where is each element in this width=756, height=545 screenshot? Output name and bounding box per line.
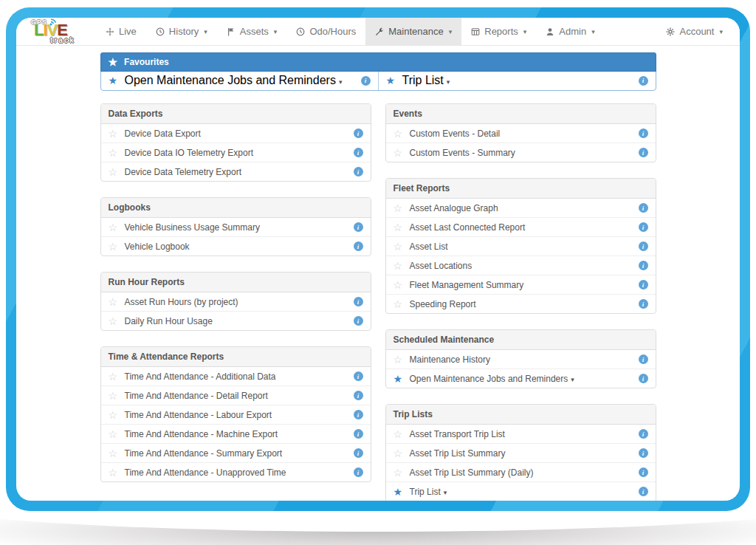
report-row[interactable]: ☆Vehicle Logbooki: [101, 236, 371, 256]
star-outline-icon[interactable]: ☆: [394, 148, 410, 158]
report-link[interactable]: Asset Run Hours (by project): [125, 297, 354, 307]
star-outline-icon[interactable]: ☆: [109, 391, 125, 401]
report-row[interactable]: ☆Speeding Reporti: [386, 294, 656, 313]
report-link[interactable]: Fleet Management Summary: [410, 280, 639, 290]
info-icon[interactable]: i: [354, 410, 363, 419]
report-link[interactable]: Time And Attendance - Unapproved Time: [125, 467, 354, 478]
report-link[interactable]: Asset List: [410, 241, 639, 252]
nav-item-assets[interactable]: Assets ▾: [217, 18, 287, 45]
report-row[interactable]: ☆Time And Attendance - Summary Exporti: [101, 443, 371, 462]
gpslive-track-logo[interactable]: GPS LIVE track: [25, 18, 96, 45]
report-row[interactable]: ☆Time And Attendance - Detail Reporti: [101, 385, 371, 405]
star-filled-icon[interactable]: ★: [394, 374, 410, 384]
nav-item-history[interactable]: History ▾: [146, 18, 217, 45]
report-link[interactable]: Time And Attendance - Labour Export: [125, 410, 354, 420]
info-icon[interactable]: i: [354, 241, 363, 251]
report-link[interactable]: Maintenance History: [410, 354, 639, 365]
report-row[interactable]: ☆Custom Events - Detaili: [386, 124, 656, 143]
report-link[interactable]: Device Data IO Telemetry Export: [125, 148, 354, 158]
report-row[interactable]: ☆Daily Run Hour Usagei: [101, 311, 371, 330]
info-icon[interactable]: i: [354, 371, 363, 381]
star-outline-icon[interactable]: ☆: [394, 261, 410, 271]
info-icon[interactable]: i: [639, 354, 648, 364]
star-outline-icon[interactable]: ☆: [394, 429, 410, 439]
star-outline-icon[interactable]: ☆: [394, 299, 410, 309]
nav-item-live[interactable]: Live: [96, 18, 146, 45]
favourite-item[interactable]: ★ Open Maintenance Jobs and Reminders▾ i: [101, 71, 378, 90]
report-link[interactable]: Device Data Export: [125, 128, 354, 139]
star-filled-icon[interactable]: ★: [386, 75, 402, 86]
star-outline-icon[interactable]: ☆: [394, 222, 410, 233]
info-icon[interactable]: i: [354, 148, 363, 157]
favourite-item[interactable]: ★ Trip List▾ i: [378, 71, 656, 90]
report-link[interactable]: Asset Trip List Summary: [410, 448, 639, 459]
report-row[interactable]: ☆Time And Attendance - Additional Datai: [101, 367, 371, 385]
report-row[interactable]: ☆Vehicle Business Usage Summaryi: [101, 218, 371, 236]
report-link[interactable]: Custom Events - Summary: [410, 148, 639, 158]
report-link[interactable]: Trip List▾: [410, 487, 639, 497]
info-icon[interactable]: i: [639, 487, 648, 496]
report-row[interactable]: ☆Device Data IO Telemetry Exporti: [101, 143, 371, 162]
report-link[interactable]: Vehicle Logbook: [125, 241, 354, 252]
star-filled-icon[interactable]: ★: [109, 75, 125, 86]
report-row[interactable]: ☆Asset Trip List Summary (Daily)i: [386, 462, 656, 481]
star-outline-icon[interactable]: ☆: [109, 222, 125, 233]
report-link[interactable]: Asset Trip List Summary (Daily): [410, 467, 639, 478]
star-outline-icon[interactable]: ☆: [394, 203, 410, 213]
star-outline-icon[interactable]: ☆: [394, 241, 410, 252]
nav-item-admin[interactable]: Admin ▾: [536, 18, 604, 45]
info-icon[interactable]: i: [354, 448, 363, 458]
info-icon[interactable]: i: [639, 429, 648, 439]
report-link[interactable]: Asset Last Connected Report: [410, 222, 639, 233]
report-link[interactable]: Time And Attendance - Detail Report: [125, 391, 354, 401]
report-link[interactable]: Speeding Report: [410, 299, 639, 309]
info-icon[interactable]: i: [639, 448, 648, 458]
info-icon[interactable]: i: [639, 241, 648, 251]
report-row[interactable]: ☆Maintenance Historyi: [386, 350, 656, 369]
report-link[interactable]: Time And Attendance - Summary Export: [125, 448, 354, 459]
info-icon[interactable]: i: [639, 261, 648, 270]
nav-item-odo-hours[interactable]: Odo/Hours: [286, 18, 365, 45]
report-row[interactable]: ★Open Maintenance Jobs and Reminders▾i: [386, 369, 656, 388]
nav-item-reports[interactable]: Reports ▾: [461, 18, 536, 45]
report-row[interactable]: ☆Device Data Telemetry Exporti: [101, 162, 371, 181]
report-link[interactable]: Asset Transport Trip List: [410, 429, 639, 439]
report-row[interactable]: ☆Asset Trip List Summaryi: [386, 443, 656, 462]
report-row[interactable]: ☆Device Data Exporti: [101, 124, 371, 143]
info-icon[interactable]: i: [639, 203, 648, 213]
nav-item-account[interactable]: Account ▾: [656, 18, 732, 45]
report-link[interactable]: Vehicle Business Usage Summary: [125, 222, 354, 233]
report-link[interactable]: Open Maintenance Jobs and Reminders▾: [410, 374, 639, 384]
report-link[interactable]: Device Data Telemetry Export: [125, 167, 354, 177]
info-icon[interactable]: i: [354, 167, 363, 176]
info-icon[interactable]: i: [354, 297, 363, 306]
star-outline-icon[interactable]: ☆: [109, 128, 125, 139]
info-icon[interactable]: i: [354, 391, 363, 400]
star-outline-icon[interactable]: ☆: [109, 410, 125, 420]
report-link[interactable]: Open Maintenance Jobs and Reminders▾: [125, 74, 361, 87]
info-icon[interactable]: i: [639, 76, 648, 86]
star-outline-icon[interactable]: ☆: [109, 241, 125, 252]
report-link[interactable]: Asset Locations: [410, 261, 639, 271]
report-row[interactable]: ☆Asset Locationsi: [386, 256, 656, 275]
report-row[interactable]: ☆Fleet Management Summaryi: [386, 275, 656, 294]
star-outline-icon[interactable]: ☆: [109, 467, 125, 478]
star-outline-icon[interactable]: ☆: [394, 280, 410, 290]
report-row[interactable]: ☆Time And Attendance - Unapproved Timei: [101, 462, 371, 481]
info-icon[interactable]: i: [354, 467, 363, 477]
star-outline-icon[interactable]: ☆: [394, 128, 410, 139]
report-row[interactable]: ☆Time And Attendance - Machine Exporti: [101, 424, 371, 443]
star-outline-icon[interactable]: ☆: [109, 316, 125, 326]
info-icon[interactable]: i: [639, 148, 648, 157]
info-icon[interactable]: i: [354, 128, 363, 138]
report-link[interactable]: Asset Analogue Graph: [410, 203, 639, 213]
star-outline-icon[interactable]: ☆: [109, 429, 125, 439]
report-row[interactable]: ☆Asset Run Hours (by project)i: [101, 292, 371, 311]
star-outline-icon[interactable]: ☆: [109, 371, 125, 382]
info-icon[interactable]: i: [354, 222, 363, 232]
star-outline-icon[interactable]: ☆: [109, 297, 125, 307]
report-link[interactable]: Trip List▾: [402, 74, 639, 87]
info-icon[interactable]: i: [639, 299, 648, 309]
info-icon[interactable]: i: [361, 76, 371, 86]
report-link[interactable]: Custom Events - Detail: [410, 128, 639, 139]
